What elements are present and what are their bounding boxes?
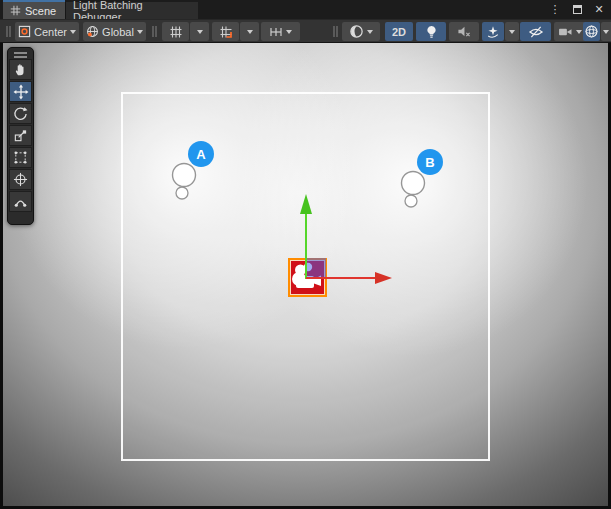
tools-panel-drag-handle[interactable] xyxy=(14,52,27,54)
transform-tool[interactable] xyxy=(9,169,32,190)
snap-increment-dropdown[interactable] xyxy=(261,22,300,41)
close-icon[interactable]: ✕ xyxy=(591,2,607,18)
toolbar-drag-handle[interactable] xyxy=(333,26,335,37)
audio-muted-icon xyxy=(457,25,471,38)
light-b-badge[interactable]: B xyxy=(417,149,443,175)
rotate-icon xyxy=(13,106,28,121)
toggle-effects[interactable] xyxy=(482,22,504,41)
gizmos-dropdown[interactable] xyxy=(601,22,611,41)
handle-space-label: Global xyxy=(102,26,134,38)
chevron-down-icon xyxy=(509,30,515,34)
maximize-icon[interactable] xyxy=(569,2,585,18)
gizmos-button[interactable] xyxy=(583,22,600,41)
light-bulb-icon xyxy=(425,25,438,39)
rect-tool-icon xyxy=(13,150,28,165)
chevron-down-icon xyxy=(247,30,253,34)
light-a-label: A xyxy=(196,147,205,162)
toolbar-drag-handle[interactable] xyxy=(6,26,8,37)
chevron-down-icon xyxy=(576,30,582,34)
move-gizmo-x-axis[interactable] xyxy=(306,277,378,279)
unity-scene-view-window: Scene Light Batching Debugger ⋮ ✕ Center xyxy=(0,0,611,509)
move-tool[interactable] xyxy=(9,81,32,102)
tab-scene[interactable]: Scene xyxy=(3,2,65,19)
chevron-down-icon xyxy=(367,30,373,34)
scale-tool[interactable] xyxy=(9,125,32,146)
tab-light-batching-debugger[interactable]: Light Batching Debugger xyxy=(65,2,198,19)
move-gizmo-x-arrowhead-icon[interactable] xyxy=(375,272,392,284)
2d-mode-label: 2D xyxy=(392,26,406,38)
shaded-sphere-icon xyxy=(349,24,364,39)
toggle-hidden-objects[interactable] xyxy=(520,22,551,41)
chevron-down-icon xyxy=(197,30,203,34)
pivot-mode-dropdown[interactable]: Center xyxy=(15,22,79,41)
move-gizmo-y-axis[interactable] xyxy=(305,213,307,279)
custom-editor-tool[interactable] xyxy=(9,191,32,212)
light-bulb-gizmo-icon xyxy=(169,161,199,205)
pivot-center-icon xyxy=(18,25,31,38)
kebab-menu-icon[interactable]: ⋮ xyxy=(547,2,563,18)
snap-move-icon xyxy=(269,25,283,39)
grid-icon xyxy=(169,25,183,39)
scene-grid-icon xyxy=(10,5,21,16)
window-controls: ⋮ ✕ xyxy=(547,0,607,19)
grid-snapping-dropdown[interactable] xyxy=(240,22,259,41)
light-a-badge[interactable]: A xyxy=(188,141,214,167)
globe-icon xyxy=(86,25,99,38)
handle-space-dropdown[interactable]: Global xyxy=(83,22,146,41)
rotate-tool[interactable] xyxy=(9,103,32,124)
tools-overlay-panel xyxy=(7,47,34,225)
chevron-down-icon xyxy=(70,30,76,34)
eye-hidden-icon xyxy=(528,25,544,39)
gizmos-sphere-icon xyxy=(584,24,599,39)
effects-star-icon xyxy=(486,25,500,39)
chevron-down-icon xyxy=(286,30,292,34)
scale-icon xyxy=(13,128,28,143)
hand-icon xyxy=(13,62,28,77)
custom-tool-icon xyxy=(13,194,28,209)
move-gizmo-xy-plane-handle[interactable] xyxy=(306,258,326,278)
draw-mode-dropdown[interactable] xyxy=(342,22,380,41)
move-cross-icon xyxy=(13,84,29,100)
toggle-audio[interactable] xyxy=(449,22,479,41)
toolbar-drag-handle[interactable] xyxy=(152,26,154,37)
effects-dropdown[interactable] xyxy=(505,22,519,41)
transform-icon xyxy=(13,172,28,187)
chevron-down-icon xyxy=(603,30,609,34)
grid-visibility-button[interactable] xyxy=(162,22,189,41)
toggle-scene-lighting[interactable] xyxy=(416,22,446,41)
scene-toolbar: Center Global xyxy=(0,19,611,43)
light-gizmo-a[interactable] xyxy=(169,161,199,205)
view-hand-tool[interactable] xyxy=(9,59,32,80)
light-gizmo-b[interactable] xyxy=(398,169,428,213)
camera-icon xyxy=(558,26,573,38)
grid-snapping-button[interactable] xyxy=(212,22,239,41)
grid-visibility-dropdown[interactable] xyxy=(190,22,209,41)
move-gizmo-y-arrowhead-icon[interactable] xyxy=(300,194,312,214)
light-b-label: B xyxy=(425,155,434,170)
grid-snap-icon xyxy=(219,25,233,39)
pivot-mode-label: Center xyxy=(34,26,67,38)
toggle-2d-mode[interactable]: 2D xyxy=(385,22,413,41)
scene-viewport[interactable]: A B xyxy=(3,43,608,506)
rect-tool[interactable] xyxy=(9,147,32,168)
scene-camera-dropdown[interactable] xyxy=(554,22,586,41)
light-bulb-gizmo-icon xyxy=(398,169,428,213)
tab-scene-label: Scene xyxy=(25,5,56,17)
tab-bar: Scene Light Batching Debugger ⋮ ✕ xyxy=(0,0,611,19)
chevron-down-icon xyxy=(137,30,143,34)
